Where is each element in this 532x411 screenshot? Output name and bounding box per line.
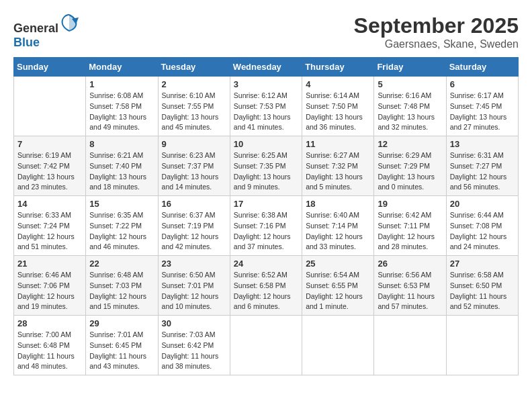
- day-info: Sunrise: 6:21 AMSunset: 7:40 PMDaylight:…: [89, 150, 154, 193]
- header-day-tuesday: Tuesday: [158, 58, 230, 77]
- day-number: 28: [17, 318, 82, 328]
- day-info: Sunrise: 6:14 AMSunset: 7:50 PMDaylight:…: [306, 91, 370, 133]
- day-cell: 18Sunrise: 6:40 AMSunset: 7:14 PMDayligh…: [302, 196, 374, 256]
- day-info: Sunrise: 6:35 AMSunset: 7:22 PMDaylight:…: [89, 210, 154, 253]
- day-info: Sunrise: 6:50 AMSunset: 7:01 PMDaylight:…: [162, 270, 226, 312]
- week-row-4: 21Sunrise: 6:46 AMSunset: 7:06 PMDayligh…: [14, 256, 519, 316]
- day-cell: 14Sunrise: 6:33 AMSunset: 7:24 PMDayligh…: [14, 196, 86, 256]
- day-number: 15: [89, 199, 154, 209]
- logo: General Blue: [13, 13, 79, 50]
- day-info: Sunrise: 6:23 AMSunset: 7:37 PMDaylight:…: [162, 150, 226, 193]
- day-number: 23: [162, 259, 226, 269]
- day-cell: 23Sunrise: 6:50 AMSunset: 7:01 PMDayligh…: [158, 256, 230, 316]
- day-cell: 30Sunrise: 7:03 AMSunset: 6:42 PMDayligh…: [158, 316, 230, 375]
- day-number: 3: [234, 79, 298, 89]
- day-number: 17: [234, 199, 298, 209]
- day-cell: 11Sunrise: 6:27 AMSunset: 7:32 PMDayligh…: [302, 136, 374, 196]
- day-cell: 28Sunrise: 7:00 AMSunset: 6:48 PMDayligh…: [14, 316, 86, 375]
- header-day-wednesday: Wednesday: [230, 58, 302, 77]
- day-number: 29: [89, 318, 154, 328]
- day-info: Sunrise: 6:52 AMSunset: 6:58 PMDaylight:…: [234, 270, 298, 312]
- day-number: 20: [450, 199, 515, 209]
- day-cell: 20Sunrise: 6:44 AMSunset: 7:08 PMDayligh…: [446, 196, 518, 256]
- day-info: Sunrise: 6:38 AMSunset: 7:16 PMDaylight:…: [234, 210, 298, 253]
- day-cell: 25Sunrise: 6:54 AMSunset: 6:55 PMDayligh…: [302, 256, 374, 316]
- day-info: Sunrise: 7:01 AMSunset: 6:45 PMDaylight:…: [89, 330, 154, 372]
- day-info: Sunrise: 6:56 AMSunset: 6:53 PMDaylight:…: [378, 270, 442, 312]
- day-cell: 10Sunrise: 6:25 AMSunset: 7:35 PMDayligh…: [230, 136, 302, 196]
- week-row-5: 28Sunrise: 7:00 AMSunset: 6:48 PMDayligh…: [14, 316, 519, 375]
- day-number: 6: [450, 79, 515, 89]
- day-number: 12: [378, 139, 442, 149]
- page-header: General Blue September 2025 Gaersnaes, S…: [13, 13, 519, 50]
- day-number: 14: [17, 199, 82, 209]
- day-info: Sunrise: 7:03 AMSunset: 6:42 PMDaylight:…: [162, 330, 226, 372]
- day-info: Sunrise: 6:17 AMSunset: 7:45 PMDaylight:…: [450, 91, 515, 133]
- day-info: Sunrise: 6:37 AMSunset: 7:19 PMDaylight:…: [162, 210, 226, 253]
- day-cell: 4Sunrise: 6:14 AMSunset: 7:50 PMDaylight…: [302, 77, 374, 136]
- week-row-1: 1Sunrise: 6:08 AMSunset: 7:58 PMDaylight…: [14, 77, 519, 136]
- day-info: Sunrise: 6:46 AMSunset: 7:06 PMDaylight:…: [17, 270, 82, 312]
- day-cell: 17Sunrise: 6:38 AMSunset: 7:16 PMDayligh…: [230, 196, 302, 256]
- day-info: Sunrise: 6:42 AMSunset: 7:11 PMDaylight:…: [378, 210, 442, 253]
- logo-icon: [60, 13, 79, 32]
- day-cell: 2Sunrise: 6:10 AMSunset: 7:55 PMDaylight…: [158, 77, 230, 136]
- day-cell: [374, 316, 446, 375]
- title-block: September 2025 Gaersnaes, Skane, Sweden: [354, 13, 519, 50]
- day-cell: 6Sunrise: 6:17 AMSunset: 7:45 PMDaylight…: [446, 77, 518, 136]
- day-cell: 1Sunrise: 6:08 AMSunset: 7:58 PMDaylight…: [86, 77, 158, 136]
- day-info: Sunrise: 6:31 AMSunset: 7:27 PMDaylight:…: [450, 150, 515, 193]
- day-info: Sunrise: 6:16 AMSunset: 7:48 PMDaylight:…: [378, 91, 442, 133]
- day-info: Sunrise: 6:27 AMSunset: 7:32 PMDaylight:…: [306, 150, 370, 193]
- day-cell: 16Sunrise: 6:37 AMSunset: 7:19 PMDayligh…: [158, 196, 230, 256]
- day-number: 2: [162, 79, 226, 89]
- day-cell: 15Sunrise: 6:35 AMSunset: 7:22 PMDayligh…: [86, 196, 158, 256]
- day-number: 8: [89, 139, 154, 149]
- header-day-monday: Monday: [86, 58, 158, 77]
- day-number: 21: [17, 259, 82, 269]
- day-number: 11: [306, 139, 370, 149]
- day-number: 26: [378, 259, 442, 269]
- day-cell: 9Sunrise: 6:23 AMSunset: 7:37 PMDaylight…: [158, 136, 230, 196]
- day-info: Sunrise: 6:33 AMSunset: 7:24 PMDaylight:…: [17, 210, 82, 253]
- day-cell: 13Sunrise: 6:31 AMSunset: 7:27 PMDayligh…: [446, 136, 518, 196]
- day-number: 18: [306, 199, 370, 209]
- header-day-thursday: Thursday: [302, 58, 374, 77]
- day-number: 5: [378, 79, 442, 89]
- day-info: Sunrise: 6:12 AMSunset: 7:53 PMDaylight:…: [234, 91, 298, 133]
- day-cell: 22Sunrise: 6:48 AMSunset: 7:03 PMDayligh…: [86, 256, 158, 316]
- location-title: Gaersnaes, Skane, Sweden: [354, 38, 519, 50]
- day-info: Sunrise: 6:44 AMSunset: 7:08 PMDaylight:…: [450, 210, 515, 253]
- day-cell: 27Sunrise: 6:58 AMSunset: 6:50 PMDayligh…: [446, 256, 518, 316]
- day-number: 9: [162, 139, 226, 149]
- day-number: 1: [89, 79, 154, 89]
- day-cell: 19Sunrise: 6:42 AMSunset: 7:11 PMDayligh…: [374, 196, 446, 256]
- day-info: Sunrise: 7:00 AMSunset: 6:48 PMDaylight:…: [17, 330, 82, 372]
- day-info: Sunrise: 6:19 AMSunset: 7:42 PMDaylight:…: [17, 150, 82, 193]
- day-info: Sunrise: 6:48 AMSunset: 7:03 PMDaylight:…: [89, 270, 154, 312]
- header-row: SundayMondayTuesdayWednesdayThursdayFrid…: [14, 58, 519, 77]
- day-number: 24: [234, 259, 298, 269]
- day-number: 19: [378, 199, 442, 209]
- day-info: Sunrise: 6:08 AMSunset: 7:58 PMDaylight:…: [89, 91, 154, 133]
- logo-general-text: General: [13, 21, 58, 35]
- day-number: 10: [234, 139, 298, 149]
- week-row-2: 7Sunrise: 6:19 AMSunset: 7:42 PMDaylight…: [14, 136, 519, 196]
- day-cell: 7Sunrise: 6:19 AMSunset: 7:42 PMDaylight…: [14, 136, 86, 196]
- header-day-saturday: Saturday: [446, 58, 518, 77]
- day-cell: 3Sunrise: 6:12 AMSunset: 7:53 PMDaylight…: [230, 77, 302, 136]
- day-number: 27: [450, 259, 515, 269]
- day-info: Sunrise: 6:10 AMSunset: 7:55 PMDaylight:…: [162, 91, 226, 133]
- day-info: Sunrise: 6:40 AMSunset: 7:14 PMDaylight:…: [306, 210, 370, 253]
- month-title: September 2025: [354, 13, 519, 38]
- calendar-table: SundayMondayTuesdayWednesdayThursdayFrid…: [13, 57, 519, 375]
- day-cell: [302, 316, 374, 375]
- day-cell: 24Sunrise: 6:52 AMSunset: 6:58 PMDayligh…: [230, 256, 302, 316]
- day-number: 30: [162, 318, 226, 328]
- day-number: 22: [89, 259, 154, 269]
- day-number: 4: [306, 79, 370, 89]
- day-info: Sunrise: 6:25 AMSunset: 7:35 PMDaylight:…: [234, 150, 298, 193]
- day-number: 13: [450, 139, 515, 149]
- day-info: Sunrise: 6:29 AMSunset: 7:29 PMDaylight:…: [378, 150, 442, 193]
- header-day-friday: Friday: [374, 58, 446, 77]
